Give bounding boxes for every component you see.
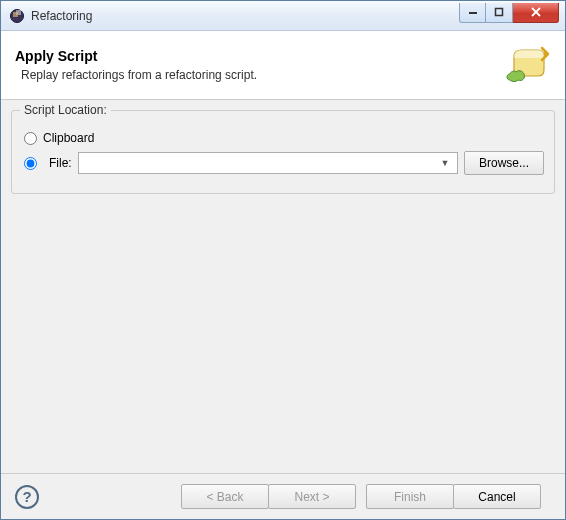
dialog-footer: ? < Back Next > Finish Cancel [1,473,565,519]
chevron-down-icon: ▼ [437,158,453,168]
window-title: Refactoring [31,9,459,23]
banner-heading: Apply Script [15,48,503,64]
file-path-combo[interactable]: ▼ [78,152,458,174]
back-button[interactable]: < Back [181,484,269,509]
window-frame: Refactoring Apply Script Replay refactor… [0,0,566,520]
dialog-content: Script Location: Clipboard File: ▼ Brows… [1,100,565,473]
cancel-button[interactable]: Cancel [453,484,541,509]
browse-button[interactable]: Browse... [464,151,544,175]
maximize-button[interactable] [486,3,513,23]
banner-description: Replay refactorings from a refactoring s… [15,68,503,82]
close-button[interactable] [513,3,559,23]
svg-rect-3 [496,9,503,16]
group-legend: Script Location: [20,103,111,117]
next-button[interactable]: Next > [268,484,356,509]
script-location-group: Script Location: Clipboard File: ▼ Brows… [11,110,555,194]
dialog-banner: Apply Script Replay refactorings from a … [1,31,565,100]
clipboard-label: Clipboard [43,131,94,145]
window-controls [459,3,559,23]
help-icon[interactable]: ? [15,485,39,509]
app-icon [9,8,25,24]
file-label: File: [49,156,72,170]
titlebar[interactable]: Refactoring [1,1,565,31]
clipboard-radio-row: Clipboard [22,131,544,145]
file-radio-row: File: ▼ Browse... [22,151,544,175]
script-icon [503,41,551,89]
clipboard-radio[interactable] [24,132,37,145]
finish-button[interactable]: Finish [366,484,454,509]
file-radio[interactable] [24,157,37,170]
minimize-button[interactable] [459,3,486,23]
